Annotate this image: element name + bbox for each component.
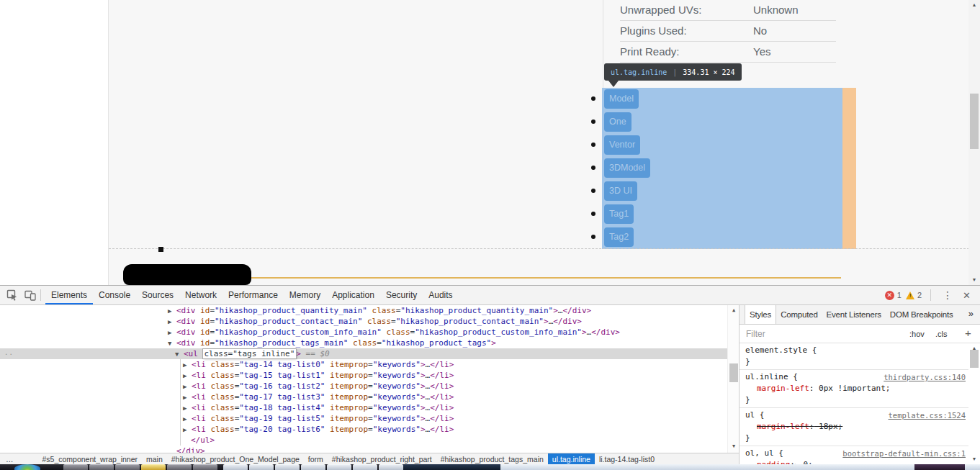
rule-selector[interactable]: element.style {: [745, 345, 817, 355]
expanded-arrow-icon[interactable]: ▼: [168, 338, 176, 349]
rule-selector[interactable]: ol, ul {: [745, 448, 783, 458]
taskbar-button[interactable]: [223, 464, 248, 470]
warning-icon[interactable]: [906, 292, 914, 299]
collapsed-arrow-icon[interactable]: ▶: [183, 403, 192, 414]
rule-selector[interactable]: ul {: [745, 410, 765, 420]
pseudo-state-toggle[interactable]: :hov: [909, 330, 925, 338]
attribute-edit-box[interactable]: class="tags inline": [203, 349, 297, 358]
breadcrumb-item[interactable]: #hikashop_product_tags_main: [436, 453, 548, 464]
tag-link[interactable]: 3D UI: [604, 181, 637, 201]
tree-scrollbar-thumb[interactable]: [729, 363, 738, 382]
collapsed-arrow-icon[interactable]: ▶: [168, 327, 176, 338]
tree-row[interactable]: ▶<div id="hikashop_product_custom_info_m…: [0, 327, 727, 338]
breadcrumb-item[interactable]: …: [1, 453, 18, 464]
tree-row[interactable]: ▶<li class="tag-18 tag-list4" itemprop="…: [0, 402, 727, 413]
inspect-element-icon[interactable]: [6, 289, 18, 301]
devtools-tab-audits[interactable]: Audits: [423, 286, 458, 304]
devtools-tab-elements[interactable]: Elements: [45, 286, 93, 304]
elements-tree-scrollbar[interactable]: ▲ ▼: [727, 305, 739, 453]
filter-input[interactable]: Filter: [746, 329, 765, 339]
taskbar-button[interactable]: [141, 464, 166, 470]
kebab-menu-icon[interactable]: ⋮: [943, 289, 953, 301]
collapsed-arrow-icon[interactable]: ▶: [183, 414, 192, 425]
error-count[interactable]: 1: [897, 291, 902, 299]
styles-scrollbar-thumb[interactable]: [970, 350, 979, 368]
sidebar-tab-computed[interactable]: Computed: [776, 305, 822, 324]
tag-link[interactable]: 3DModel: [604, 158, 650, 178]
page-scrollbar[interactable]: ▲ ▼: [968, 0, 980, 285]
tag-link[interactable]: Ventor: [604, 135, 640, 155]
taskbar-button[interactable]: [249, 464, 274, 470]
new-style-rule-button[interactable]: +: [965, 327, 971, 339]
stylesheet-link[interactable]: bootstrap-default-min.css:1: [842, 448, 966, 459]
devtools-tab-performance[interactable]: Performance: [222, 286, 284, 304]
collapsed-arrow-icon[interactable]: ▶: [183, 381, 192, 392]
scroll-down-icon[interactable]: ▼: [968, 456, 980, 463]
styles-scrollbar[interactable]: ▲ ▼: [968, 343, 980, 464]
breadcrumb-item[interactable]: #hikashop_product_right_part: [328, 453, 436, 464]
tree-row[interactable]: ▶<div id="hikashop_product_contact_main"…: [0, 316, 727, 327]
tree-row[interactable]: ▼<div id="hikashop_product_tags_main" cl…: [0, 338, 727, 348]
expanded-arrow-icon[interactable]: ▼: [175, 349, 184, 360]
sidebar-tab-styles[interactable]: Styles: [745, 305, 776, 324]
error-icon[interactable]: ✕: [885, 291, 894, 300]
css-property[interactable]: margin-left: 18px;: [745, 421, 966, 433]
css-property[interactable]: margin-left: 0px !important;: [745, 383, 966, 394]
devtools-tab-sources[interactable]: Sources: [136, 286, 179, 304]
sidebar-tab-dom-breakpoints[interactable]: DOM Breakpoints: [886, 305, 958, 324]
tag-link[interactable]: One: [604, 112, 631, 132]
sidebar-tabs-overflow-icon[interactable]: »: [962, 305, 980, 324]
taskbar-button[interactable]: [379, 464, 403, 470]
device-toolbar-icon[interactable]: [24, 289, 36, 301]
collapsed-arrow-icon[interactable]: ▶: [168, 306, 176, 317]
collapsed-arrow-icon[interactable]: ▶: [183, 371, 192, 381]
page-scrollbar-thumb[interactable]: [970, 94, 979, 149]
taskbar-button[interactable]: [193, 464, 217, 470]
scroll-down-icon[interactable]: ▼: [968, 276, 980, 284]
taskbar-button[interactable]: [63, 464, 88, 470]
devtools-tab-console[interactable]: Console: [93, 286, 136, 304]
tree-row[interactable]: ▶<li class="tag-20 tag-list6" itemprop="…: [0, 424, 727, 435]
collapsed-arrow-icon[interactable]: ▶: [183, 360, 192, 371]
tag-link[interactable]: Tag2: [604, 227, 634, 247]
warning-count[interactable]: 2: [917, 291, 922, 299]
breadcrumb-item[interactable]: main: [142, 453, 167, 464]
start-orb-icon[interactable]: [14, 464, 40, 470]
tree-row[interactable]: ▶<li class="tag-16 tag-list2" itemprop="…: [0, 381, 727, 392]
tree-row[interactable]: </ul>: [0, 435, 727, 446]
collapsed-arrow-icon[interactable]: ▶: [168, 317, 176, 327]
devtools-tab-security[interactable]: Security: [380, 286, 423, 304]
breadcrumb-item[interactable]: li.tag-14.tag-list0: [595, 453, 659, 464]
collapsed-arrow-icon[interactable]: ▶: [183, 392, 192, 403]
breadcrumb-item[interactable]: form: [304, 453, 328, 464]
tree-row[interactable]: ▶<li class="tag-19 tag-list5" itemprop="…: [0, 413, 727, 424]
taskbar-button[interactable]: [275, 464, 300, 470]
scroll-down-icon[interactable]: ▼: [728, 443, 739, 450]
breadcrumb-item[interactable]: #s5_component_wrap_inner: [38, 453, 143, 464]
rule-selector[interactable]: ul.inline {: [745, 372, 798, 381]
tree-row[interactable]: ▶<div id="hikashop_product_quantity_main…: [0, 305, 727, 316]
scroll-up-icon[interactable]: ▲: [728, 307, 739, 314]
tag-link[interactable]: Model: [604, 89, 639, 109]
taskbar-button[interactable]: [115, 464, 140, 470]
taskbar-button[interactable]: [327, 464, 351, 470]
tree-row[interactable]: </div>: [0, 446, 727, 453]
taskbar-button[interactable]: [353, 464, 377, 470]
scroll-up-icon[interactable]: ▲: [968, 1, 980, 9]
close-devtools-icon[interactable]: ✕: [963, 290, 971, 301]
taskbar-button[interactable]: [167, 464, 192, 470]
tree-row[interactable]: ▶<li class="tag-15 tag-list1" itemprop="…: [0, 370, 727, 381]
tree-row[interactable]: ▶<li class="tag-14 tag-list0" itemprop="…: [0, 359, 727, 370]
taskbar-button[interactable]: [301, 464, 325, 470]
devtools-tab-network[interactable]: Network: [179, 286, 222, 304]
stylesheet-link[interactable]: template.css:1524: [889, 410, 966, 421]
stylesheet-link[interactable]: thirdparty.css:140: [884, 371, 966, 383]
css-property[interactable]: padding:▶ 0;: [745, 459, 966, 464]
class-toggle[interactable]: .cls: [935, 330, 948, 338]
devtools-tab-memory[interactable]: Memory: [284, 286, 326, 304]
devtools-tab-application[interactable]: Application: [326, 286, 380, 304]
tag-link[interactable]: Tag1: [604, 204, 634, 224]
breadcrumb-item[interactable]: ul.tag.inline: [548, 453, 595, 464]
tree-row[interactable]: ▶<li class="tag-17 tag-list3" itemprop="…: [0, 392, 727, 402]
taskbar-button[interactable]: [89, 464, 114, 470]
